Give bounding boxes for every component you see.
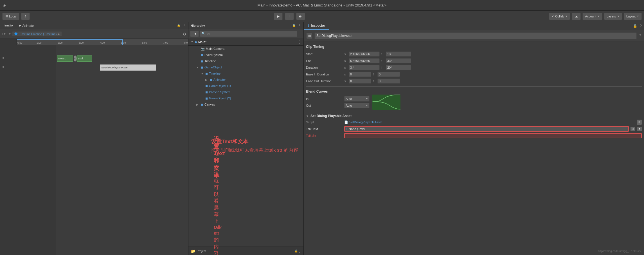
cube-icon-go-timeline: ◼ [205, 72, 208, 75]
timeline-content: ⠿ ⠿ Move.. ∞ [0, 45, 188, 255]
hierarchy-menu-btn[interactable]: ⋮ [298, 32, 302, 36]
hierarchy-item-canvas[interactable]: ▶ ◼ Canvas [188, 101, 303, 108]
clip-scale[interactable]: Scal.. [76, 55, 92, 62]
hierarchy-item-timeline[interactable]: ◼ Timeline [188, 58, 303, 64]
item-animator-text: Animator [213, 78, 226, 81]
component-icon: ▤ [307, 33, 312, 39]
script-select-btn[interactable]: ◎ [637, 120, 642, 125]
blend-curves-title: Blend Curves [306, 88, 642, 95]
cube-icon-canvas: ◼ [201, 103, 203, 106]
hierarchy-search-input[interactable] [205, 31, 296, 37]
project-title: Project [197, 249, 206, 253]
project-bar: 📁 Project 🔒 ⋮ [188, 247, 303, 255]
set-dialog-section: ▼ Set Dialog Playable Asset Script 📄 Set… [306, 113, 642, 139]
hierarchy-item-gameobject1[interactable]: ◼ GameObject (1) [188, 83, 303, 89]
animator-tab[interactable]: ▶ Animator [17, 22, 37, 29]
track-row-2: SetDialogPlayableAsset [56, 63, 188, 72]
add-hierarchy-btn[interactable]: +▼ [190, 31, 199, 37]
arrow-animator: ▶ [205, 78, 209, 81]
talk-str-input[interactable] [344, 133, 642, 138]
clip-move[interactable]: Move.. [57, 55, 73, 62]
collab-chevron: ▼ [565, 15, 568, 18]
hierarchy-item-animator[interactable]: ▶ ◼ Animator [188, 77, 303, 83]
component-name-input[interactable] [314, 32, 637, 39]
step-button[interactable]: ⏭ [296, 13, 305, 20]
play-button[interactable]: ▶ [274, 13, 283, 20]
ease-in-f-input[interactable] [377, 72, 400, 77]
camera-icon: 📷 [201, 47, 205, 51]
blend-out-label: Out [306, 104, 343, 107]
ease-in-s-input[interactable] [349, 72, 371, 77]
start-s-input[interactable] [349, 52, 380, 57]
hierarchy-item-particle[interactable]: ◼ Particle System [188, 89, 303, 95]
cube-icon-particle: ◼ [205, 90, 208, 94]
account-label: Account [585, 15, 596, 18]
cursor-line-2 [162, 63, 162, 72]
add-track-btn[interactable]: +▼ [2, 32, 6, 35]
end-label: End [306, 59, 343, 62]
inspector-panel: ℹ Inspector 🔒 ? ▤ ? Clip Timing Start s [304, 22, 644, 255]
layout-button[interactable]: Layout ▼ [624, 13, 642, 20]
pause-button[interactable]: ⏸ [285, 13, 294, 20]
ruler-label-6: 6:00 [142, 41, 147, 44]
unity-icon: ◈ [3, 3, 6, 8]
timeline-tracks[interactable]: Move.. ∞ Scal.. SetDialogPlayableAsset [56, 45, 188, 255]
ease-out-s-unit: s [344, 79, 347, 83]
hierarchy-item-eventsystem[interactable]: ◼ EventSystem [188, 52, 303, 58]
inspector-tab[interactable]: ℹ Inspector [304, 22, 329, 30]
ease-out-f-input[interactable] [377, 79, 400, 84]
talk-text-select-btn[interactable]: ▼ [637, 127, 642, 131]
set-dialog-arrow: ▼ [306, 115, 309, 118]
set-dialog-header[interactable]: ▼ Set Dialog Playable Asset [306, 113, 642, 119]
blend-in-value: Auto [346, 97, 352, 100]
transform-button[interactable]: ⊹ [21, 13, 30, 20]
inspector-help-icon[interactable]: ? [640, 24, 642, 28]
timeline-progress-bar [17, 39, 122, 40]
duration-f-input[interactable] [386, 65, 411, 70]
start-f-input[interactable] [386, 52, 411, 57]
end-s-input[interactable] [349, 58, 380, 63]
hierarchy-item-gameobject2[interactable]: ◼ GameObject (2) [188, 95, 303, 101]
blend-in-label: In [306, 97, 343, 100]
layout-chevron: ▼ [637, 15, 639, 18]
duration-s-input[interactable] [349, 65, 380, 70]
layers-button[interactable]: Layers ▼ [604, 13, 622, 20]
collab-button[interactable]: ✓ Collab ▼ [549, 13, 570, 20]
track-row-1: Move.. ∞ Scal.. [56, 54, 188, 63]
start-f-unit: f [381, 52, 384, 56]
cloud-button[interactable]: ☁ [572, 13, 581, 20]
hierarchy-item-gameobject-timeline[interactable]: ▼ ◼ Timeline [188, 70, 303, 77]
animation-tab[interactable]: imation [2, 22, 17, 29]
account-button[interactable]: Account ▼ [582, 13, 602, 20]
timeline-settings-btn[interactable]: ⚙ [183, 32, 186, 36]
cube-icon-go2: ◼ [205, 97, 208, 100]
panel-menu-icon[interactable]: ⋮ [183, 24, 186, 28]
timeline-cursor[interactable] [122, 39, 123, 45]
scene-menu-icon[interactable]: ⋮ [298, 40, 301, 44]
hierarchy-content: 📷 Main Camera ◼ EventSystem ◼ Timeline ▼… [188, 46, 303, 247]
talk-text-target-btn[interactable]: ◎ [631, 127, 635, 131]
timeline-left-panel: ⠿ ⠿ [0, 45, 56, 255]
hierarchy-menu-icon[interactable]: ⋮ [298, 24, 301, 28]
timeline-panel: imation ▶ Animator 🔒 ⋮ +▼ ▼ 🔷 TimelineTi… [0, 22, 188, 255]
layout-label: Layout [626, 15, 636, 18]
blend-in-dropdown[interactable]: Auto ▼ [344, 96, 370, 102]
collab-label: Collab [555, 15, 564, 18]
ease-out-f-unit: f [373, 79, 376, 83]
cube-icon-gameobject: ◼ [201, 66, 203, 69]
blend-out-dropdown[interactable]: Auto ▼ [344, 103, 370, 108]
hierarchy-item-main-camera[interactable]: 📷 Main Camera [188, 46, 303, 52]
end-f-unit: f [381, 59, 384, 62]
ruler-label-0: 0:00 [17, 41, 22, 44]
inspector-content: Clip Timing Start s f End s f Duration [304, 41, 644, 255]
end-f-input[interactable] [386, 58, 411, 63]
project-menu-icon[interactable]: ⋮ [298, 249, 301, 253]
inspector-question-icon[interactable]: ? [639, 33, 641, 38]
clip-timing-title: Clip Timing [306, 44, 642, 50]
clip-set-dialog[interactable]: SetDialogPlayableAsset [100, 64, 156, 71]
inspector-lock-icon[interactable]: 🔒 [633, 24, 637, 28]
animator-tab-label: Animator [22, 24, 35, 27]
ease-out-s-input[interactable] [349, 79, 371, 84]
hierarchy-item-gameobject[interactable]: ▼ ◼ GameObject [188, 64, 303, 70]
local-button[interactable]: ⊞ Local [2, 13, 19, 20]
